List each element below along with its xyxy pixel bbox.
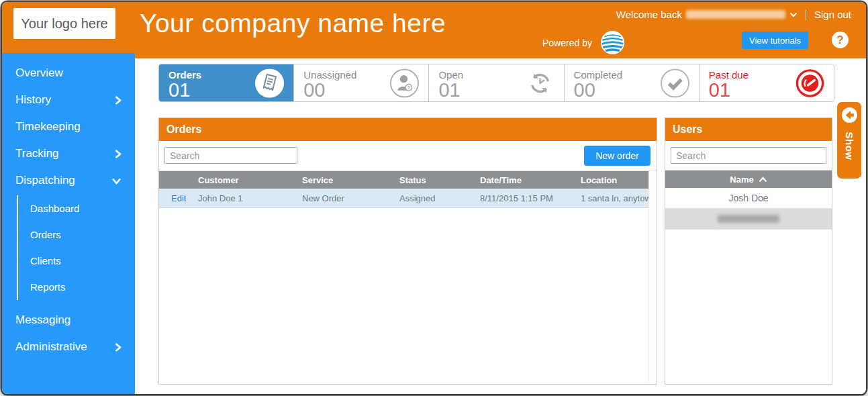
logo: Your logo here (13, 8, 115, 39)
order-status-cell: Assigned (399, 193, 480, 203)
sidebar-item-orders[interactable]: Orders (18, 221, 135, 248)
datetime-column-header: Date/Time (480, 175, 581, 185)
chevron-down-icon (789, 12, 798, 17)
users-name-column-header[interactable]: Name (665, 170, 832, 188)
user-row-redacted[interactable] (665, 209, 832, 230)
view-tutorials-button[interactable]: View tutorials (742, 32, 808, 49)
sidebar-item-reports[interactable]: Reports (18, 274, 135, 300)
open-refresh-clock-icon (525, 68, 555, 98)
sidebar-item-history[interactable]: History (2, 87, 135, 113)
users-panel-header: Users (665, 118, 832, 141)
users-panel-title: Users (673, 123, 702, 136)
users-panel: Users Name Josh Doe (665, 117, 832, 385)
app-header: Your logo here Your company name here We… (2, 2, 866, 58)
service-column-header: Service (302, 175, 399, 185)
chevron-right-icon (114, 342, 122, 352)
completed-check-icon (660, 68, 690, 98)
orders-table-header: Customer Service Status Date/Time Locati… (159, 171, 648, 189)
orders-search-input[interactable] (164, 147, 297, 164)
redacted-user-name (718, 215, 779, 223)
orders-toolbar: New order (159, 141, 657, 170)
sidebar-item-messaging[interactable]: Messaging (2, 307, 135, 334)
users-search-input[interactable] (671, 147, 826, 164)
header-account-area: Welcome back Sign out (616, 9, 851, 20)
user-name: Josh Doe (728, 193, 768, 203)
welcome-text: Welcome back (616, 9, 682, 20)
order-customer-cell: John Doe 1 (198, 193, 302, 203)
orders-panel-header: Orders (159, 118, 657, 141)
orders-table-scrollbar[interactable] (648, 171, 657, 384)
order-location-cell: 1 santa ln, anytown (581, 193, 648, 203)
sidebar-subitem-label: Clients (30, 255, 61, 266)
edit-order-link[interactable]: Edit (171, 193, 186, 203)
status-cards-row: Orders 01 Unassigned 00 (158, 64, 834, 102)
status-card-past-due[interactable]: Past due 01 (700, 64, 834, 101)
powered-by-text: Powered by (542, 38, 592, 48)
account-menu[interactable]: Welcome back (616, 9, 798, 20)
status-card-unassigned[interactable]: Unassigned 00 ? (294, 64, 429, 101)
sidebar-item-tracking[interactable]: Tracking (2, 140, 135, 167)
sort-ascending-icon (759, 177, 767, 183)
sidebar-item-label: Dispatching (15, 174, 75, 187)
sidebar-subitem-label: Reports (30, 281, 66, 293)
dispatching-submenu: Dashboard Orders Clients Reports (17, 195, 135, 300)
arrow-left-circle-icon (842, 107, 857, 123)
sidebar-item-overview[interactable]: Overview (2, 60, 135, 87)
sidebar-item-label: Timekeeping (15, 120, 81, 134)
sidebar-subitem-label: Orders (30, 229, 61, 240)
app-window: Your logo here Your company name here We… (2, 2, 866, 394)
sign-out-link[interactable]: Sign out (814, 9, 851, 20)
sidebar-item-label: Tracking (15, 147, 59, 160)
status-card-open[interactable]: Open 01 (429, 64, 564, 101)
orders-panel-title: Orders (166, 123, 201, 136)
chevron-down-icon (111, 177, 122, 185)
divider (806, 9, 806, 20)
sidebar-item-label: History (15, 93, 51, 107)
show-panel-tab[interactable]: Show (837, 102, 861, 179)
order-service-cell: New Order (302, 193, 399, 203)
company-name: Your company name here (140, 9, 446, 38)
customer-column-header: Customer (198, 175, 302, 185)
user-row[interactable]: Josh Doe (665, 188, 832, 209)
att-globe-icon (600, 30, 625, 55)
orders-receipt-icon (254, 68, 285, 98)
show-tab-label: Show (844, 132, 855, 160)
chevron-right-icon (114, 95, 122, 105)
order-datetime-cell: 8/11/2015 1:15 PM (480, 193, 581, 203)
sidebar-item-timekeeping[interactable]: Timekeeping (2, 113, 135, 140)
users-toolbar (665, 141, 832, 170)
sidebar-item-label: Messaging (15, 313, 70, 327)
sidebar-item-dispatching[interactable]: Dispatching (2, 167, 135, 194)
chevron-right-icon (114, 149, 122, 159)
sidebar-item-label: Administrative (15, 340, 87, 354)
help-icon[interactable]: ? (832, 32, 849, 48)
redacted-user-email (686, 10, 785, 19)
sidebar-item-label: Overview (15, 66, 63, 80)
orders-table: Customer Service Status Date/Time Locati… (159, 171, 648, 384)
name-column-label: Name (730, 175, 753, 185)
unassigned-person-icon: ? (389, 68, 420, 98)
status-column-header: Status (399, 175, 480, 185)
svg-text:?: ? (407, 85, 411, 91)
logo-text: Your logo here (21, 16, 107, 32)
location-column-header: Location (581, 175, 648, 185)
main-content: Orders 01 Unassigned 00 (135, 58, 866, 394)
sidebar-item-clients[interactable]: Clients (18, 248, 135, 274)
powered-by: Powered by (542, 30, 625, 55)
status-card-completed[interactable]: Completed 00 (565, 64, 700, 101)
status-card-orders[interactable]: Orders 01 (159, 64, 294, 101)
order-table-row[interactable]: Edit John Doe 1 New Order Assigned 8/11/… (159, 189, 648, 208)
orders-panel: Orders New order Customer Service Status… (158, 117, 657, 385)
sidebar: Overview History Timekeeping Tracking Di… (2, 53, 135, 394)
sidebar-item-dashboard[interactable]: Dashboard (18, 195, 135, 221)
sidebar-item-administrative[interactable]: Administrative (2, 334, 135, 360)
past-due-clock-icon (795, 68, 825, 98)
sidebar-subitem-label: Dashboard (30, 203, 79, 214)
new-order-button[interactable]: New order (584, 146, 650, 166)
